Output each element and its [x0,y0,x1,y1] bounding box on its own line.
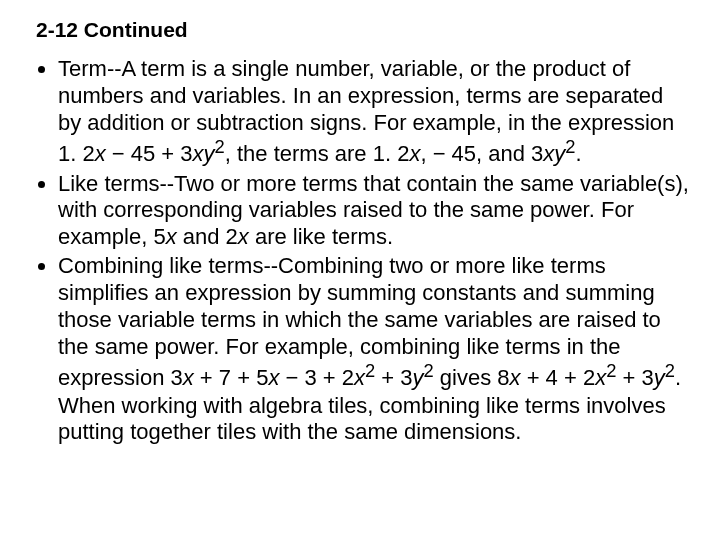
text: , the terms are 1. 2 [225,142,410,167]
math-var: xy [193,142,215,167]
text: + 3 [375,366,412,391]
math-var: x [183,366,194,391]
math-var: x [238,224,249,249]
math-var: x [268,366,279,391]
bullet-list: Term--A term is a single number, variabl… [30,56,690,446]
math-var: y [413,366,424,391]
slide: 2-12 Continued Term--A term is a single … [0,0,720,540]
math-var: x [354,366,365,391]
superscript: 2 [215,136,225,157]
text: , − 45, and 3 [420,142,543,167]
math-var: x [409,142,420,167]
text: are like terms. [249,224,393,249]
superscript: 2 [565,136,575,157]
math-var: y [654,366,665,391]
text: + 3 [616,366,653,391]
text: + 4 + 2 [521,366,596,391]
list-item: Term--A term is a single number, variabl… [58,56,690,169]
text: + 7 + 5 [194,366,269,391]
math-var: x [95,142,106,167]
math-var: x [595,366,606,391]
text: − 45 + 3 [106,142,193,167]
text: and 2 [177,224,238,249]
list-item: Like terms--Two or more terms that conta… [58,171,690,251]
text: . [576,142,582,167]
text: − 3 + 2 [279,366,354,391]
list-item: Combining like terms--Combining two or m… [58,253,690,446]
superscript: 2 [365,360,375,381]
slide-title: 2-12 Continued [36,18,690,42]
math-var: x [166,224,177,249]
text: gives 8 [434,366,510,391]
math-var: xy [543,142,565,167]
superscript: 2 [424,360,434,381]
superscript: 2 [606,360,616,381]
superscript: 2 [665,360,675,381]
math-var: x [510,366,521,391]
